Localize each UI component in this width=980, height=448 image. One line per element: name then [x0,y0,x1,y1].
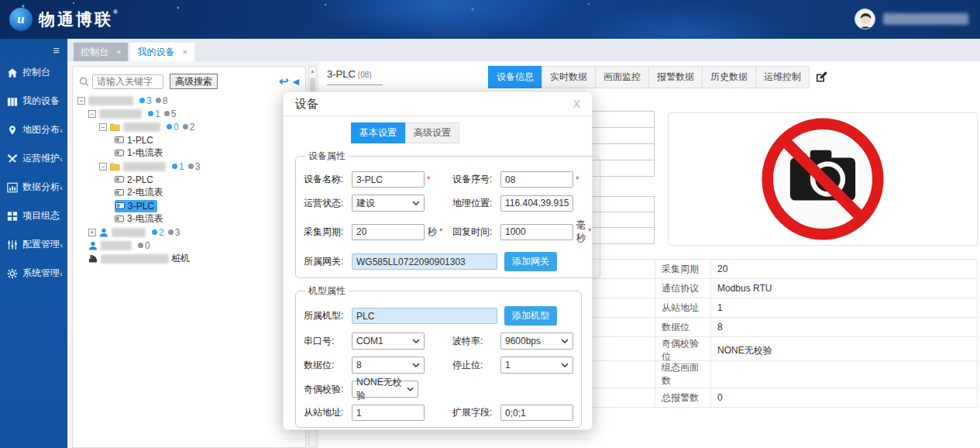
table-row: 采集周期20 [535,260,978,279]
field-label: 串口号: [304,335,352,348]
user-avatar[interactable] [854,9,875,29]
operation-status-select[interactable]: 建设 [352,195,425,212]
tree-node[interactable]: 1-电流表 [73,146,305,160]
field-label: 设备序号: [452,173,500,186]
map-pin-icon [7,125,18,136]
folder-icon [110,122,120,131]
collapse-panel-icon[interactable]: ◀ [293,77,299,87]
field-label: 回复时间: [452,226,500,239]
tree-node[interactable]: − 3 8 [73,94,305,107]
advanced-search-button[interactable]: 高级搜索 [170,74,218,89]
search-icon [79,77,89,87]
table-row: 从站地址1 [535,298,978,318]
workspace-tabbar: 控制台 × 我的设备 × [67,39,980,61]
workspace-tab-my-devices[interactable]: 我的设备 × [130,43,194,61]
tree-expander-icon[interactable]: − [99,163,107,171]
tree-node[interactable]: 1-PLC [73,133,305,146]
geo-location-input[interactable] [500,195,573,212]
data-bits-select[interactable]: 8 [352,357,425,374]
tab-screen-monitor[interactable]: 画面监控 [595,66,649,88]
sidebar-item-analysis[interactable]: 数据分析 ‹ [0,173,67,202]
gateway-input[interactable] [352,253,497,270]
tree-node[interactable]: 0 [73,239,305,252]
tree-node[interactable]: 3-电流表 [73,212,305,226]
tree-node[interactable]: + 2 3 [73,226,305,239]
menu-toggle-icon[interactable]: ≡ [0,39,67,58]
tree-node[interactable]: − 1 5 [73,107,305,120]
model-input[interactable] [352,308,497,324]
tree-node[interactable]: 桩机 [73,252,305,265]
wrench-icon [7,153,18,164]
tab-device-info[interactable]: 设备信息 [488,66,542,88]
device-image-card [668,112,978,246]
device-name-input[interactable] [352,171,425,188]
field-label: 数据位: [304,359,352,372]
tab-history-data[interactable]: 历史数据 [702,66,756,88]
redacted-node-label [99,109,142,119]
tree-search-input[interactable] [92,74,163,89]
tree-expander-icon[interactable]: − [77,97,85,105]
tree-node-selected[interactable]: 3-PLC [73,199,305,212]
com-port-select[interactable]: COM1 [352,333,425,350]
tree-node[interactable]: 2-电流表 [73,186,305,199]
edit-icon[interactable] [815,71,828,84]
add-gateway-button[interactable]: 添加网关 [504,252,557,271]
tree-expander-icon[interactable]: − [88,110,96,118]
tree-node[interactable]: 2-PLC [73,173,305,186]
chevron-left-icon: ‹ [60,269,63,278]
parity-select[interactable]: NONE无校验 [352,381,418,398]
device-icon [115,176,124,184]
sidebar-item-config[interactable]: 配置管理 ‹ [0,230,67,259]
stop-bits-select[interactable]: 1 [500,357,573,374]
tab-alarm-data[interactable]: 报警数据 [648,66,703,88]
scroll-up-icon[interactable]: ▲ [309,67,316,74]
baud-rate-select[interactable]: 9600bps [500,333,573,350]
reply-time-input[interactable] [500,224,573,240]
chevron-left-icon: ‹ [60,126,63,135]
tab-ops-control[interactable]: 运维控制 [755,66,810,88]
workspace-tab-console[interactable]: 控制台 × [74,43,128,61]
tree-node[interactable]: − 1 3 [73,160,305,173]
undo-icon[interactable]: ↩ [279,74,289,88]
model-properties-section: 机型属性 所属机型: 添加机型 串口号: COM1 波特率: 9600bps [295,284,582,428]
redacted-node-label [101,241,132,250]
tree-expander-icon[interactable]: − [99,123,107,131]
sidebar-item-console[interactable]: 控制台 [0,58,67,87]
registered-mark: ® [113,9,120,16]
modal-title: 设备 [295,97,318,112]
device-serial: (08) [358,71,372,79]
close-icon[interactable]: × [116,47,121,57]
user-name-redacted[interactable] [883,13,968,25]
slave-address-input[interactable] [352,405,425,421]
tree-expander-icon[interactable]: + [88,229,96,236]
field-label: 地理位置: [452,197,500,210]
brand: u 物通博联® [9,8,120,31]
brand-logo-icon: u [9,8,33,31]
unit-label: 毫秒 [576,219,586,245]
field-label: 扩展字段: [452,406,500,419]
modal-close-icon[interactable]: X [573,98,580,110]
modal-tab-basic[interactable]: 基本设置 [351,122,405,143]
sidebar-item-my-devices[interactable]: 我的设备 [0,87,67,115]
collect-interval-input[interactable] [352,224,425,240]
device-serial-input[interactable] [500,171,573,188]
section-legend: 设备属性 [305,150,349,163]
add-model-button[interactable]: 添加机型 [504,306,557,326]
sidebar-item-project-hmi[interactable]: 项目组态 [0,202,67,230]
redacted-node-label [88,96,133,105]
sidebar-item-system[interactable]: 系统管理 ‹ [0,259,67,288]
sidebar-item-map[interactable]: 地图分布 ‹ [0,115,67,144]
close-icon[interactable]: × [182,47,187,57]
extended-field-input[interactable] [500,405,573,421]
field-label: 从站地址: [304,406,352,419]
redacted-node-label [112,228,146,237]
user-icon [88,241,98,250]
tab-realtime-data[interactable]: 实时数据 [542,66,596,88]
redacted-node-label [123,122,160,132]
brand-name: 物通博联® [39,9,120,30]
grid-icon [7,211,18,222]
tree-node[interactable]: − 0 2 [73,120,305,133]
modal-tab-advanced[interactable]: 高级设置 [405,122,459,143]
sidebar-item-maintenance[interactable]: 运营维护 ‹ [0,144,67,173]
required-mark: * [588,226,592,237]
